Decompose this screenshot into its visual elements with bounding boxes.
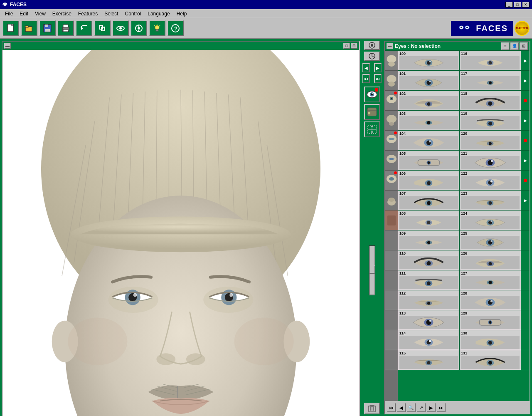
delete-button[interactable] xyxy=(364,403,380,414)
eye-cell-107[interactable]: 107 xyxy=(398,191,460,210)
svg-point-116 xyxy=(429,81,431,82)
thumb-item-109[interactable] xyxy=(385,230,398,250)
eye-cell-131[interactable]: 131 xyxy=(460,350,521,370)
thumb-item-107[interactable] xyxy=(385,191,398,210)
canvas-minimize-button[interactable]: — xyxy=(4,43,11,49)
eye-cell-120[interactable]: 120 xyxy=(460,131,521,150)
eye-cell-115[interactable]: 115 xyxy=(398,350,460,370)
thumb-item-100[interactable] xyxy=(385,51,398,71)
eyes-play-button[interactable]: ▶ xyxy=(426,403,436,412)
adjustment-slider[interactable] xyxy=(369,245,375,295)
eye-cell-130[interactable]: 130 xyxy=(460,330,521,350)
thumb-item-115[interactable] xyxy=(385,350,398,370)
eye-cell-101[interactable]: 101 xyxy=(398,71,460,90)
slider-thumb[interactable] xyxy=(369,265,375,274)
nav-last-button[interactable]: ⏭ xyxy=(374,74,382,83)
thumb-item-103[interactable] xyxy=(385,111,398,131)
minimize-button[interactable]: _ xyxy=(505,2,513,7)
eye-cell-118[interactable]: 118 xyxy=(460,91,521,110)
canvas-expand-button[interactable]: ⊞ xyxy=(351,43,357,49)
eye-cell-110[interactable]: 110 xyxy=(398,250,460,270)
menu-features[interactable]: Features xyxy=(75,10,101,17)
thumb-item-101[interactable] xyxy=(385,71,398,91)
nav-first-button[interactable]: ⏮ xyxy=(362,74,370,83)
eyes-person-button[interactable]: 👤 xyxy=(510,42,519,50)
maximize-button[interactable]: □ xyxy=(514,2,521,7)
redo-button[interactable] xyxy=(94,20,111,36)
eye-grid-row: 106 122 xyxy=(398,171,521,191)
save-button[interactable] xyxy=(39,20,56,36)
menu-exercise[interactable]: Exercise xyxy=(49,10,75,17)
eye-cell-116[interactable]: 116 xyxy=(460,51,521,70)
thumb-item-110[interactable] xyxy=(385,250,398,270)
menu-control[interactable]: Control xyxy=(122,10,145,17)
eye-cell-113[interactable]: 113 xyxy=(398,310,460,330)
thumb-item-105[interactable] xyxy=(385,151,398,171)
eye-cell-114[interactable]: 114 xyxy=(398,330,460,350)
eye-cell-105[interactable]: 105 xyxy=(398,151,460,170)
eye-cell-124[interactable]: 124 xyxy=(460,210,521,230)
eye-select-button[interactable] xyxy=(364,87,380,102)
nav-right-button[interactable]: ▶ xyxy=(374,63,382,72)
eye-cell-128[interactable]: 128 xyxy=(460,290,521,310)
eye-cell-112[interactable]: 112 xyxy=(398,290,460,310)
thumb-item-113[interactable] xyxy=(385,310,398,330)
menu-language[interactable]: Language xyxy=(144,10,173,17)
new-button[interactable] xyxy=(2,20,19,36)
canvas-restore-button[interactable]: □ xyxy=(343,43,350,49)
eyes-last-button[interactable]: ⏭ xyxy=(436,403,446,412)
logo-text: FACES xyxy=(476,24,508,33)
eye-cell-123[interactable]: 123 xyxy=(460,191,521,210)
rotate-setting-icon xyxy=(364,41,380,50)
transform-button[interactable] xyxy=(364,121,380,137)
open-button[interactable] xyxy=(21,20,37,36)
eyes-search-button[interactable]: 🔍 xyxy=(406,403,416,412)
menu-help[interactable]: Help xyxy=(173,10,190,17)
view-button[interactable] xyxy=(112,20,129,36)
menu-edit[interactable]: Edit xyxy=(16,10,32,17)
light-button[interactable] xyxy=(149,20,165,36)
eye-cell-119[interactable]: 119 xyxy=(460,111,521,130)
thumb-item-102[interactable] xyxy=(385,91,398,111)
eye-cell-109[interactable]: 109 xyxy=(398,230,460,250)
thumb-item-114[interactable] xyxy=(385,330,398,350)
eye-cell-102[interactable]: 102 xyxy=(398,91,460,110)
logo-area: FACES MASTER xyxy=(451,21,530,36)
special-button[interactable] xyxy=(131,20,147,36)
eye-cell-106[interactable]: 106 xyxy=(398,171,460,190)
menu-file[interactable]: File xyxy=(2,10,16,17)
eye-cell-111[interactable]: 111 xyxy=(398,270,460,290)
eye-cell-125[interactable]: 125 xyxy=(460,230,521,250)
print-button[interactable] xyxy=(57,20,74,36)
eyes-prev-button[interactable]: ◀ xyxy=(397,403,406,412)
eye-cell-121[interactable]: 121 xyxy=(460,151,521,170)
eyes-export-button[interactable]: ↗ xyxy=(416,403,426,412)
thumb-item-112[interactable] xyxy=(385,290,398,310)
eyes-minimize-button[interactable]: — xyxy=(387,43,393,49)
eyes-grid-button[interactable]: ⊞ xyxy=(520,42,528,50)
thumb-item-111[interactable] xyxy=(385,270,398,290)
eyes-first-button[interactable]: ⏮ xyxy=(387,403,396,412)
eye-cell-127[interactable]: 127 xyxy=(460,270,521,290)
eye-cell-129[interactable]: 129 xyxy=(460,310,521,330)
eye-cell-117[interactable]: 117 xyxy=(460,71,521,90)
eye-cell-104[interactable]: 104 xyxy=(398,131,460,150)
eye-cell-100[interactable]: 100 xyxy=(398,51,460,70)
help-button[interactable]: ? xyxy=(167,20,184,36)
nav-left-button[interactable]: ◀ xyxy=(362,63,370,72)
menu-select[interactable]: Select xyxy=(101,10,121,17)
eye-cell-126[interactable]: 126 xyxy=(460,250,521,270)
feature-button[interactable] xyxy=(364,104,380,120)
menu-view[interactable]: View xyxy=(32,10,49,17)
close-button[interactable]: ✕ xyxy=(522,2,530,7)
eye-cell-122[interactable]: 122 xyxy=(460,171,521,190)
eye-cell-103[interactable]: 103 xyxy=(398,111,460,130)
thumb-item-104[interactable] xyxy=(385,131,398,151)
title-bar-controls[interactable]: _ □ ✕ xyxy=(505,2,530,7)
eyes-menu-button[interactable]: ≡ xyxy=(501,42,510,50)
svg-point-124 xyxy=(427,121,430,124)
thumb-item-106[interactable] xyxy=(385,171,398,191)
undo-button[interactable] xyxy=(76,20,92,36)
thumb-item-108[interactable] xyxy=(385,210,398,230)
eye-cell-108[interactable]: 108 xyxy=(398,210,460,230)
